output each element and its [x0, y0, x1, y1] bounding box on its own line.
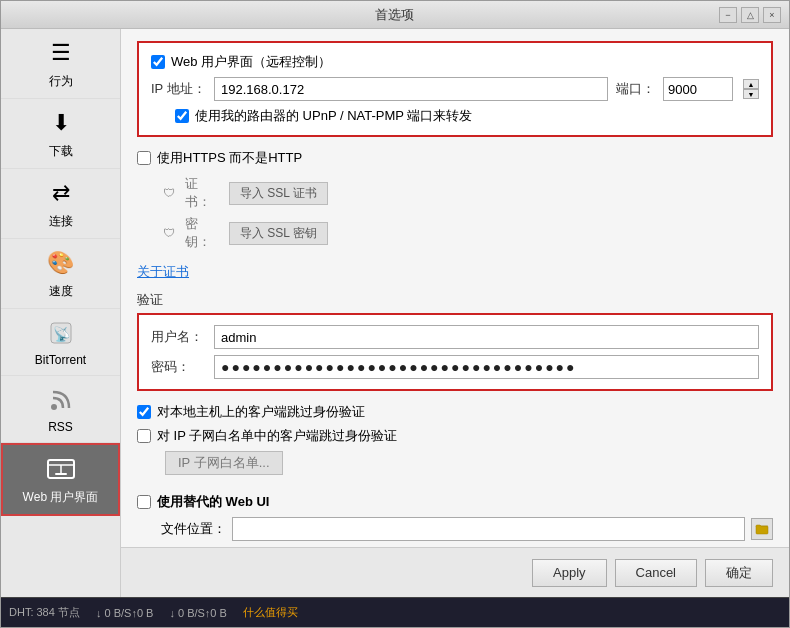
sidebar-item-download[interactable]: ⬇ 下载 — [1, 99, 120, 169]
webui-header-label: Web 用户界面（远程控制） — [171, 53, 331, 71]
key-shield-icon: 🛡 — [161, 225, 177, 241]
ip-port-row: IP 地址： 端口： ▲ ▼ — [151, 77, 759, 101]
main-content: Web 用户界面（远程控制） IP 地址： 端口： ▲ ▼ — [121, 29, 789, 547]
sidebar-label-webui: Web 用户界面 — [23, 489, 99, 506]
ssl-area: 🛡 证书： 导入 SSL 证书 🛡 密钥： 导入 SSL 密钥 — [137, 173, 773, 257]
https-row: 使用HTTPS 而不是HTTP — [137, 149, 773, 167]
taskbar-dht: DHT: 384 节点 — [9, 605, 80, 620]
cert-row: 🛡 证书： 导入 SSL 证书 — [161, 175, 773, 211]
titlebar: 首选项 − △ × — [1, 1, 789, 29]
minimize-button[interactable]: − — [719, 7, 737, 23]
connection-icon: ⇄ — [45, 177, 77, 209]
bypass-ip-checkbox-label[interactable]: 对 IP 子网白名单中的客户端跳过身份验证 — [137, 427, 397, 445]
sidebar-item-behavior[interactable]: ☰ 行为 — [1, 29, 120, 99]
apply-button[interactable]: Apply — [532, 559, 607, 587]
upnp-row: 使用我的路由器的 UPnP / NAT-PMP 端口来转发 — [151, 107, 759, 125]
webui-enable-checkbox-label[interactable]: Web 用户界面（远程控制） — [151, 53, 331, 71]
sidebar-item-speed[interactable]: 🎨 速度 — [1, 239, 120, 309]
cancel-button[interactable]: Cancel — [615, 559, 697, 587]
sidebar-label-behavior: 行为 — [49, 73, 73, 90]
username-input[interactable] — [214, 325, 759, 349]
taskbar-speed2: ↓ 0 B/S↑0 B — [169, 607, 226, 619]
bottom-bar: Apply Cancel 确定 — [121, 547, 789, 597]
key-label: 密钥： — [185, 215, 221, 251]
port-input[interactable] — [663, 77, 733, 101]
sidebar-item-bittorrent[interactable]: 📡 BitTorrent — [1, 309, 120, 376]
upnp-label: 使用我的路由器的 UPnP / NAT-PMP 端口来转发 — [195, 107, 472, 125]
ip-whitelist-button[interactable]: IP 子网白名单... — [165, 451, 283, 475]
cert-label: 证书： — [185, 175, 221, 211]
window-title: 首选项 — [69, 6, 719, 24]
port-label: 端口： — [616, 80, 655, 98]
file-location-input[interactable] — [232, 517, 745, 541]
password-label: 密码： — [151, 358, 206, 376]
ip-label: IP 地址： — [151, 80, 206, 98]
username-label: 用户名： — [151, 328, 206, 346]
auth-section-box: 用户名： 密码： ●●●●●●●●●●●●●●●●●●●●●●●●●●●●●●●… — [137, 313, 773, 391]
upnp-checkbox-label[interactable]: 使用我的路由器的 UPnP / NAT-PMP 端口来转发 — [175, 107, 472, 125]
main-window: 首选项 − △ × ☰ 行为 ⬇ 下载 ⇄ 连接 — [0, 0, 790, 628]
taskbar-brand: 什么值得买 — [243, 605, 298, 620]
cert-shield-icon: 🛡 — [161, 185, 177, 201]
bypass-ip-label: 对 IP 子网白名单中的客户端跳过身份验证 — [157, 427, 397, 445]
sidebar-label-speed: 速度 — [49, 283, 73, 300]
sidebar-label-connection: 连接 — [49, 213, 73, 230]
alt-webui-checkbox[interactable] — [137, 495, 151, 509]
webui-header-row: Web 用户界面（远程控制） — [151, 53, 759, 71]
taskbar-speed1: ↓ 0 B/S↑0 B — [96, 607, 153, 619]
main-panel: Web 用户界面（远程控制） IP 地址： 端口： ▲ ▼ — [121, 29, 789, 597]
sidebar-scroll: ☰ 行为 ⬇ 下载 ⇄ 连接 🎨 速度 — [1, 29, 120, 597]
key-row: 🛡 密钥： 导入 SSL 密钥 — [161, 215, 773, 251]
cert-import-button[interactable]: 导入 SSL 证书 — [229, 182, 328, 205]
bypass-local-checkbox[interactable] — [137, 405, 151, 419]
bittorrent-icon: 📡 — [45, 317, 77, 349]
ok-button[interactable]: 确定 — [705, 559, 773, 587]
bypass-ip-checkbox[interactable] — [137, 429, 151, 443]
window-controls: − △ × — [719, 7, 781, 23]
sidebar-label-bittorrent: BitTorrent — [35, 353, 86, 367]
sidebar-item-connection[interactable]: ⇄ 连接 — [1, 169, 120, 239]
sidebar-label-rss: RSS — [48, 420, 73, 434]
taskbar: DHT: 384 节点 ↓ 0 B/S↑0 B ↓ 0 B/S↑0 B 什么值得… — [1, 597, 789, 627]
content-area: ☰ 行为 ⬇ 下载 ⇄ 连接 🎨 速度 — [1, 29, 789, 597]
browse-button[interactable] — [751, 518, 773, 540]
https-checkbox[interactable] — [137, 151, 151, 165]
sidebar-label-download: 下载 — [49, 143, 73, 160]
behavior-icon: ☰ — [45, 37, 77, 69]
password-row: 密码： ●●●●●●●●●●●●●●●●●●●●●●●●●●●●●●●●●● — [151, 355, 759, 379]
webui-section-box: Web 用户界面（远程控制） IP 地址： 端口： ▲ ▼ — [137, 41, 773, 137]
svg-text:📡: 📡 — [52, 326, 70, 343]
file-location-label: 文件位置： — [161, 520, 226, 538]
maximize-button[interactable]: △ — [741, 7, 759, 23]
webui-enable-checkbox[interactable] — [151, 55, 165, 69]
sidebar-item-webui[interactable]: Web 用户界面 — [1, 443, 120, 516]
bypass-local-checkbox-label[interactable]: 对本地主机上的客户端跳过身份验证 — [137, 403, 365, 421]
folder-icon — [755, 522, 769, 536]
https-checkbox-label[interactable]: 使用HTTPS 而不是HTTP — [137, 149, 302, 167]
username-row: 用户名： — [151, 325, 759, 349]
ip-input[interactable] — [214, 77, 608, 101]
https-label: 使用HTTPS 而不是HTTP — [157, 149, 302, 167]
close-button[interactable]: × — [763, 7, 781, 23]
svg-point-2 — [51, 404, 57, 410]
bypass-local-label: 对本地主机上的客户端跳过身份验证 — [157, 403, 365, 421]
sidebar-item-rss[interactable]: RSS — [1, 376, 120, 443]
password-dots: ●●●●●●●●●●●●●●●●●●●●●●●●●●●●●●●●●● — [221, 359, 577, 375]
download-icon: ⬇ — [45, 107, 77, 139]
upnp-checkbox[interactable] — [175, 109, 189, 123]
sidebar: ☰ 行为 ⬇ 下载 ⇄ 连接 🎨 速度 — [1, 29, 121, 597]
bypass-local-row: 对本地主机上的客户端跳过身份验证 — [137, 403, 773, 421]
port-up-button[interactable]: ▲ — [743, 79, 759, 89]
key-import-button[interactable]: 导入 SSL 密钥 — [229, 222, 328, 245]
cert-link[interactable]: 关于证书 — [137, 264, 189, 279]
alt-webui-section: 使用替代的 Web UI 文件位置： — [137, 493, 773, 541]
file-location-row: 文件位置： — [161, 517, 773, 541]
speed-icon: 🎨 — [45, 247, 77, 279]
cert-link-row: 关于证书 — [137, 263, 773, 281]
alt-webui-checkbox-label[interactable]: 使用替代的 Web UI — [137, 493, 269, 511]
auth-title: 验证 — [137, 291, 773, 309]
rss-icon — [45, 384, 77, 416]
port-down-button[interactable]: ▼ — [743, 89, 759, 99]
ip-whitelist-row: IP 子网白名单... — [137, 451, 773, 483]
alt-webui-row: 使用替代的 Web UI — [137, 493, 773, 511]
